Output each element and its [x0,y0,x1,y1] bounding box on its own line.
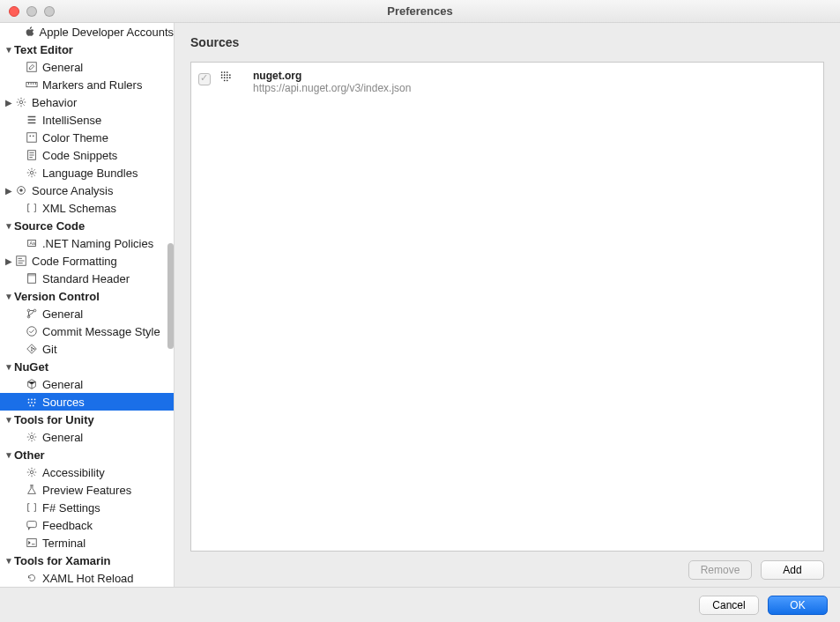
sidebar-item-other[interactable]: ▼Other [0,446,174,463]
sidebar-item-label: IntelliSense [42,114,101,127]
chevron-down-icon[interactable]: ▼ [4,450,14,460]
sidebar-item-label: Source Code [14,219,85,233]
palette-icon [25,130,39,144]
sidebar-item-xaml-hot-reload[interactable]: ▶XAML Hot Reload [0,569,174,587]
flask-icon [25,483,39,497]
sidebar-item-label: XAML Hot Reload [42,572,134,585]
reload-icon [25,571,39,585]
sidebar-item-label: Code Formatting [32,255,117,268]
svg-point-46 [227,79,228,81]
gear-icon [25,465,39,479]
sidebar-item-source-code[interactable]: ▼Source Code [0,217,174,234]
chevron-down-icon[interactable]: ▼ [4,362,14,372]
window-title: Preferences [0,4,840,18]
sidebar-item-language-bundles[interactable]: ▶Language Bundles [0,164,174,181]
sidebar-item-general[interactable]: ▶General [0,428,174,446]
sidebar-item-xml-schemas[interactable]: ▶XML Schemas [0,199,174,217]
sidebar-item-label: NuGet [14,360,48,374]
svg-point-7 [30,171,33,174]
sidebar-item-feedback[interactable]: ▶Feedback [0,516,174,534]
source-checkbox[interactable] [198,73,211,85]
cancel-button[interactable]: Cancel [699,596,759,615]
chevron-right-icon[interactable]: ▶ [4,256,14,266]
chevron-down-icon[interactable]: ▼ [4,45,14,55]
sidebar-item-preview-features[interactable]: ▶Preview Features [0,481,174,499]
chevron-down-icon[interactable]: ▼ [4,556,14,566]
source-row[interactable]: nuget.org https://api.nuget.org/v3/index… [197,68,818,96]
sidebar-item-color-theme[interactable]: ▶Color Theme [0,129,174,146]
sidebar-item-f-settings[interactable]: ▶F# Settings [0,499,174,516]
svg-point-36 [227,71,228,73]
remove-button[interactable]: Remove [688,560,752,580]
sidebar-item-text-editor[interactable]: ▼Text Editor [0,41,174,58]
sidebar-item-behavior[interactable]: ▶Behavior [0,93,174,111]
sidebar-item-label: Git [42,343,57,356]
sidebar-item-label: Tools for Unity [14,413,94,426]
preferences-sidebar[interactable]: ▶Apple Developer Accounts▼Text Editor▶Ge… [0,23,175,587]
sidebar-item-tools-for-xamarin[interactable]: ▼Tools for Xamarin [0,552,174,569]
sidebar-item-commit-message-style[interactable]: ▶Commit Message Style [0,322,174,340]
svg-point-24 [34,399,36,401]
sidebar-item-general[interactable]: ▶General [0,375,174,393]
sidebar-item-apple-developer-accounts[interactable]: ▶Apple Developer Accounts [0,23,174,41]
sidebar-item-markers-and-rulers[interactable]: ▶Markers and Rulers [0,76,174,93]
ok-button[interactable]: OK [768,596,828,615]
svg-point-18 [27,327,37,337]
sidebar-item-label: Tools for Xamarin [14,554,111,567]
svg-point-30 [30,435,33,439]
svg-point-23 [31,399,33,401]
chevron-down-icon[interactable]: ▼ [4,292,14,301]
sources-list[interactable]: nuget.org https://api.nuget.org/v3/index… [190,62,824,552]
terminal-icon [25,536,39,550]
sidebar-item-version-control[interactable]: ▼Version Control [0,287,174,305]
sidebar-item-standard-header[interactable]: ▶Standard Header [0,270,174,287]
sidebar-item-tools-for-unity[interactable]: ▼Tools for Unity [0,411,174,428]
sidebar-item-label: Source Analysis [32,184,114,197]
svg-point-25 [28,402,30,404]
svg-point-22 [28,399,30,401]
target-icon [14,183,28,197]
chevron-down-icon[interactable]: ▼ [4,221,14,231]
sidebar-item-label: Feedback [42,519,93,532]
sidebar-item-label: Terminal [42,537,85,550]
svg-rect-0 [27,63,37,72]
ruler-icon [25,78,39,92]
sidebar-item-label: Other [14,448,45,462]
chevron-down-icon[interactable]: ▼ [4,415,14,425]
add-button[interactable]: Add [761,560,824,580]
page-title: Sources [190,35,824,49]
sidebar-item-git[interactable]: ▶Git [0,340,174,358]
chevron-right-icon[interactable]: ▶ [4,98,14,107]
sidebar-item-accessibility[interactable]: ▶Accessibility [0,463,174,481]
svg-point-42 [224,77,226,78]
sidebar-item-sources[interactable]: ▶Sources [0,393,174,411]
sidebar-item-nuget[interactable]: ▼NuGet [0,358,174,375]
svg-point-35 [224,71,226,73]
svg-point-5 [33,135,34,137]
brackets-icon [25,500,39,515]
dialog-footer: Cancel OK [0,587,840,622]
sidebar-item-code-formatting[interactable]: ▶Code Formatting [0,252,174,270]
sidebar-item-source-analysis[interactable]: ▶Source Analysis [0,181,174,199]
sidebar-item-general[interactable]: ▶General [0,305,174,322]
tag-icon: Aa [25,236,39,250]
scrollbar-thumb[interactable] [167,243,174,349]
package-icon [25,377,39,391]
svg-rect-14 [28,274,36,277]
format-icon [14,254,28,268]
svg-point-19 [31,346,33,348]
branch-icon [25,307,39,321]
sidebar-item-label: Markers and Rulers [42,78,142,92]
sidebar-item-general[interactable]: ▶General [0,58,174,76]
chevron-right-icon[interactable]: ▶ [4,186,14,196]
source-text: nuget.org https://api.nuget.org/v3/index… [253,70,411,94]
sidebar-item-label: Preview Features [42,484,131,497]
sidebar-item-label: Commit Message Style [42,325,160,338]
sidebar-item-intellisense[interactable]: ▶IntelliSense [0,111,174,129]
svg-point-39 [227,74,228,76]
sidebar-item-code-snippets[interactable]: ▶Code Snippets [0,146,174,164]
sidebar-item-terminal[interactable]: ▶Terminal [0,534,174,552]
sidebar-item--net-naming-policies[interactable]: ▶Aa.NET Naming Policies [0,234,174,252]
svg-point-41 [221,77,223,78]
svg-point-34 [221,71,223,73]
